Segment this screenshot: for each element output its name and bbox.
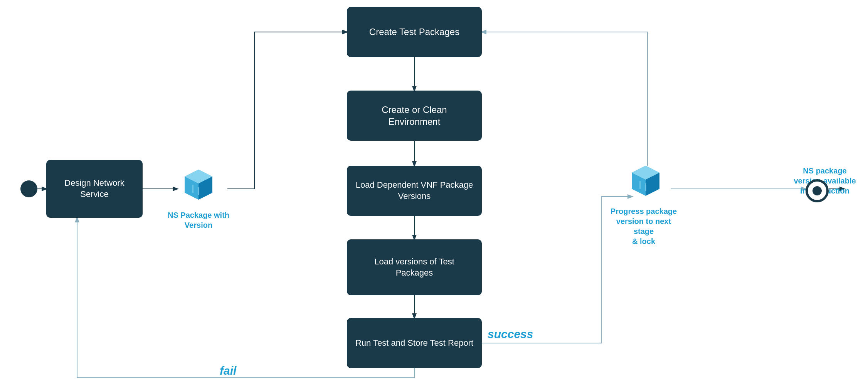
create-test-packages-node: Create Test Packages (347, 7, 482, 57)
start-node (20, 180, 37, 197)
ns-package-icon (173, 158, 224, 204)
success-label: success (488, 328, 533, 341)
progress-package-label: Progress packageversion to next stage& l… (605, 206, 682, 246)
fail-label: fail (220, 364, 236, 377)
run-test-node: Run Test and Store Test Report (347, 318, 482, 368)
diagram: Design Network Service NS Package with V… (0, 0, 868, 392)
create-clean-environment-node: Create or Clean Environment (347, 91, 482, 141)
progress-package-icon (621, 154, 671, 200)
ns-package-label: NS Package with Version (164, 210, 233, 230)
end-node (806, 179, 829, 202)
load-test-packages-node: Load versions of Test Packages (347, 239, 482, 295)
load-dependent-vnf-node: Load Dependent VNF Package Versions (347, 166, 482, 216)
design-network-service-node: Design Network Service (46, 160, 143, 218)
